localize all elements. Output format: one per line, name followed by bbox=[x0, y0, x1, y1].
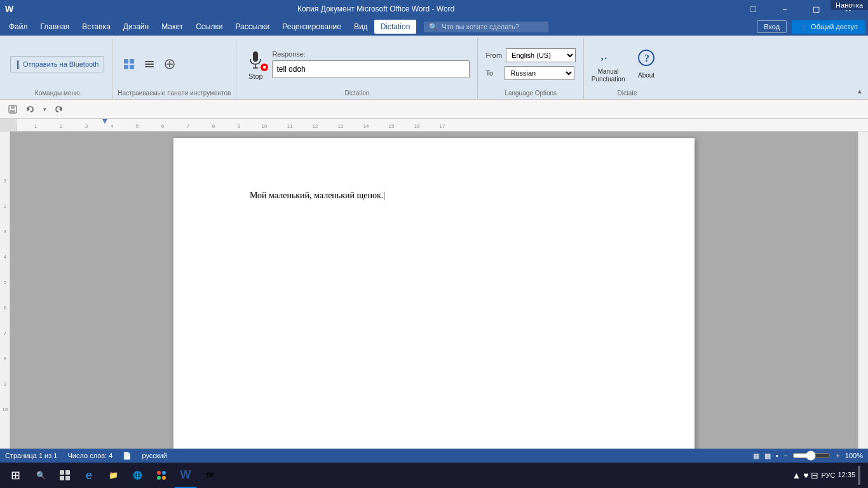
svg-marker-39 bbox=[102, 119, 107, 124]
dictate-section-label: Dictate bbox=[589, 90, 665, 99]
redo-button[interactable] bbox=[51, 102, 66, 117]
svg-text:17: 17 bbox=[440, 123, 445, 129]
svg-text:,.: ,. bbox=[600, 46, 607, 62]
svg-rect-10 bbox=[253, 51, 258, 62]
svg-rect-4 bbox=[145, 61, 154, 62]
menu-item-file[interactable]: Файл bbox=[3, 20, 34, 34]
from-language-item: From English (US) English (UK) French Ge… bbox=[485, 48, 576, 62]
menu-item-layout[interactable]: Макет bbox=[155, 20, 189, 34]
customize-btn-3[interactable] bbox=[161, 55, 179, 73]
view-web-icon[interactable]: ▪ bbox=[776, 452, 778, 459]
manual-punctuation-button[interactable]: ,. ManualPunctuation bbox=[592, 43, 625, 86]
help-search-input[interactable] bbox=[442, 23, 543, 30]
save-button[interactable] bbox=[5, 102, 20, 117]
svg-text:3: 3 bbox=[4, 229, 7, 234]
menu-item-mailings[interactable]: Рассылки bbox=[229, 20, 276, 34]
zoom-in-icon[interactable]: + bbox=[836, 452, 839, 459]
dictation-section-label: Dictation bbox=[241, 90, 472, 99]
menu-item-dictation[interactable]: Dictation bbox=[374, 20, 417, 34]
bluetooth-inner: ∥ Отправить на Bluetooth bbox=[8, 38, 107, 90]
stop-label: Stop bbox=[248, 72, 263, 80]
undo-dropdown-button[interactable]: ▾ bbox=[41, 102, 48, 117]
svg-text:?: ? bbox=[644, 53, 649, 64]
start-button[interactable]: ⊞ bbox=[3, 463, 28, 488]
svg-rect-1 bbox=[130, 59, 134, 64]
from-language-select[interactable]: English (US) English (UK) French German bbox=[506, 48, 576, 62]
right-scrollbar[interactable] bbox=[858, 132, 868, 449]
to-language-item: To Russian English French German bbox=[485, 66, 576, 80]
ribbon: ∥ Отправить на Bluetooth Команды меню bbox=[0, 36, 868, 100]
zoom-out-icon[interactable]: − bbox=[783, 452, 787, 459]
microphone-button[interactable]: ■ bbox=[244, 48, 267, 71]
ruler-left-margin bbox=[0, 119, 17, 131]
about-button[interactable]: ? About bbox=[630, 46, 663, 82]
customize-inner bbox=[118, 38, 231, 90]
svg-text:10: 10 bbox=[3, 407, 8, 412]
bluetooth-section-label: Команды меню bbox=[35, 90, 80, 99]
svg-rect-53 bbox=[65, 476, 70, 480]
menu-item-references[interactable]: Ссылки bbox=[189, 20, 229, 34]
taskbar-search[interactable]: 🔍 bbox=[29, 463, 52, 488]
ribbon-collapse-button[interactable]: ▲ bbox=[854, 85, 865, 97]
signin-button[interactable]: Вход bbox=[757, 20, 787, 33]
svg-text:2: 2 bbox=[60, 123, 63, 129]
from-label: From bbox=[485, 51, 502, 59]
undo-button[interactable] bbox=[23, 102, 38, 117]
svg-rect-50 bbox=[60, 470, 64, 475]
taskbar-clock: 12:35 bbox=[837, 470, 855, 480]
status-right: ▦ ▩ ▪ − + 100% bbox=[753, 451, 863, 461]
taskbar-show-desktop[interactable] bbox=[858, 466, 860, 485]
view-print-icon[interactable]: ▦ bbox=[753, 452, 759, 460]
svg-text:7: 7 bbox=[187, 123, 190, 129]
header-actions: Вход 👤 Общий доступ bbox=[757, 20, 865, 34]
taskbar-maps[interactable]: 🗺 bbox=[198, 463, 221, 488]
bluetooth-button[interactable]: ∥ Отправить на Bluetooth bbox=[10, 56, 104, 72]
customize-btn-2[interactable] bbox=[140, 55, 158, 73]
svg-text:12: 12 bbox=[313, 123, 318, 129]
menu-item-review[interactable]: Рецензирование bbox=[276, 20, 348, 34]
svg-text:4: 4 bbox=[4, 254, 7, 260]
minimize-button[interactable]: − bbox=[770, 0, 799, 18]
taskbar-folder[interactable]: 📁 bbox=[102, 463, 125, 488]
svg-text:5: 5 bbox=[136, 123, 139, 129]
language-status: русский bbox=[142, 452, 166, 459]
menu-item-insert[interactable]: Вставка bbox=[76, 20, 117, 34]
svg-rect-17 bbox=[11, 105, 15, 109]
text-cursor bbox=[383, 191, 385, 200]
to-language-select[interactable]: Russian English French German bbox=[505, 66, 574, 80]
taskbar-chrome[interactable]: 🌐 bbox=[126, 463, 149, 488]
about-icon: ? bbox=[637, 49, 655, 71]
taskbar-apps[interactable] bbox=[150, 463, 173, 488]
taskbar-task-view[interactable] bbox=[53, 463, 76, 488]
customize-btn-1[interactable] bbox=[120, 55, 138, 73]
svg-rect-51 bbox=[65, 470, 70, 475]
svg-text:9: 9 bbox=[238, 123, 241, 129]
menu-bar: Файл Главная Вставка Дизайн Макет Ссылки… bbox=[0, 18, 868, 36]
vertical-ruler: 1 2 3 4 5 6 7 8 9 10 bbox=[0, 132, 10, 449]
maximize-button[interactable]: ◻ bbox=[802, 0, 831, 18]
taskbar-edge[interactable]: e bbox=[78, 463, 100, 488]
svg-point-57 bbox=[162, 476, 166, 480]
svg-text:15: 15 bbox=[389, 123, 395, 129]
language-row: From English (US) English (UK) French Ge… bbox=[485, 48, 576, 80]
restore-button[interactable]: □ bbox=[738, 0, 768, 18]
svg-text:13: 13 bbox=[338, 123, 344, 129]
title-bar-left: W bbox=[5, 4, 13, 14]
document-scroll[interactable]: Мой маленький, маленький щенок. bbox=[10, 132, 858, 449]
bluetooth-icon: ∥ bbox=[16, 59, 20, 69]
menu-item-design[interactable]: Дизайн bbox=[117, 20, 155, 34]
svg-point-54 bbox=[157, 471, 161, 475]
view-read-icon[interactable]: ▩ bbox=[764, 452, 771, 460]
document-content[interactable]: Мой маленький, маленький щенок. bbox=[250, 189, 644, 202]
taskbar-word[interactable]: W bbox=[174, 463, 197, 488]
zoom-slider[interactable] bbox=[792, 451, 831, 461]
share-button[interactable]: 👤 Общий доступ bbox=[792, 20, 865, 34]
mic-group: ■ Stop bbox=[244, 48, 267, 80]
svg-rect-0 bbox=[124, 59, 128, 64]
document-area: 1 2 3 4 5 6 7 8 9 10 Мой маленький, мале… bbox=[0, 132, 868, 449]
response-input[interactable] bbox=[272, 60, 470, 78]
menu-item-view[interactable]: Вид bbox=[348, 20, 374, 34]
svg-text:5: 5 bbox=[4, 280, 7, 285]
svg-rect-18 bbox=[10, 110, 15, 113]
menu-item-home[interactable]: Главная bbox=[34, 20, 76, 34]
